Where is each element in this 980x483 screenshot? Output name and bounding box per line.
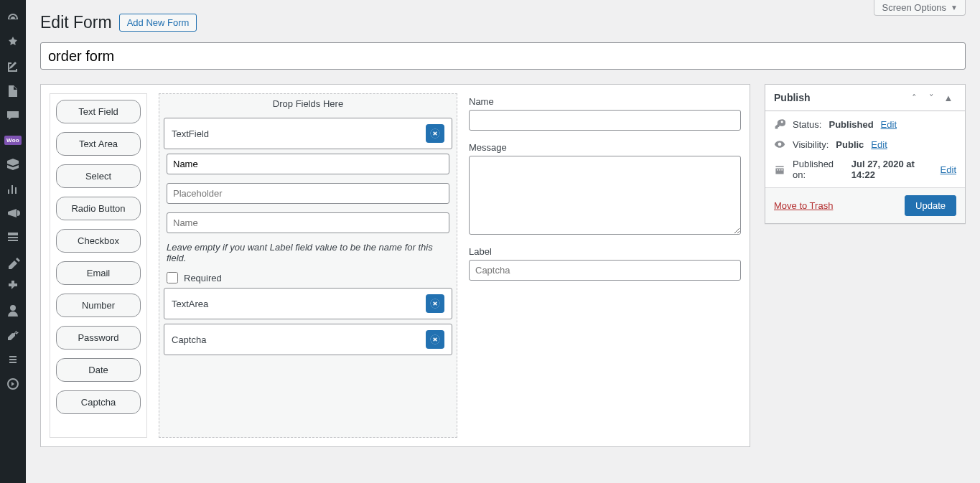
- form-preview: Name Message Label: [469, 93, 741, 438]
- move-up-icon[interactable]: ˄: [906, 93, 922, 103]
- tools-icon[interactable]: [0, 323, 26, 347]
- preview-captcha-input[interactable]: [469, 260, 741, 281]
- remove-textfield-button[interactable]: [426, 124, 444, 143]
- config-name-input[interactable]: [167, 212, 449, 233]
- dropped-textarea-label: TextArea: [172, 299, 208, 309]
- media-icon[interactable]: [0, 55, 26, 79]
- published-label: Published on:: [793, 159, 844, 180]
- eye-icon: [774, 139, 785, 150]
- marketing-icon[interactable]: [0, 201, 26, 225]
- plugins-icon[interactable]: [0, 274, 26, 299]
- page-title: Edit Form: [40, 13, 112, 32]
- pin-icon[interactable]: [0, 30, 26, 55]
- visibility-edit-link[interactable]: Edit: [871, 139, 887, 150]
- dropped-textfield[interactable]: TextField: [164, 118, 452, 149]
- publish-title: Publish: [774, 92, 811, 103]
- config-label-input[interactable]: [167, 154, 449, 174]
- visibility-label: Visibility:: [793, 139, 829, 150]
- palette-radio-button[interactable]: Radio Button: [56, 197, 141, 220]
- config-required-row[interactable]: Required: [167, 272, 449, 283]
- users-icon[interactable]: [0, 299, 26, 323]
- config-hint: Leave empty if you want Label field valu…: [167, 242, 449, 263]
- palette-select[interactable]: Select: [56, 164, 141, 188]
- published-edit-link[interactable]: Edit: [941, 164, 956, 175]
- key-icon: [774, 118, 785, 130]
- palette-text-area[interactable]: Text Area: [56, 132, 141, 156]
- palette-checkbox[interactable]: Checkbox: [56, 229, 141, 253]
- drop-zone-title: Drop Fields Here: [164, 94, 452, 113]
- status-value: Published: [829, 119, 873, 130]
- published-value: Jul 27, 2020 at 14:22: [851, 159, 933, 180]
- status-label: Status:: [793, 119, 821, 130]
- analytics-icon[interactable]: [0, 177, 26, 201]
- dropped-textfield-label: TextField: [172, 128, 209, 139]
- forms-icon[interactable]: [0, 225, 26, 250]
- toggle-panel-icon[interactable]: ▲: [941, 93, 956, 103]
- dropped-textarea[interactable]: TextArea: [164, 288, 452, 319]
- preview-name-input[interactable]: [469, 110, 741, 131]
- palette-number[interactable]: Number: [56, 294, 141, 317]
- screen-options-toggle[interactable]: Screen Options ▼: [874, 0, 966, 16]
- palette-date[interactable]: Date: [56, 358, 141, 382]
- appearance-icon[interactable]: [0, 250, 26, 274]
- remove-textarea-button[interactable]: [426, 294, 444, 313]
- form-title-input[interactable]: [40, 42, 966, 70]
- palette-email[interactable]: Email: [56, 261, 141, 285]
- preview-message-textarea[interactable]: [469, 156, 741, 235]
- move-to-trash-link[interactable]: Move to Trash: [774, 200, 833, 211]
- calendar-icon: [774, 164, 785, 175]
- chevron-down-icon: ▼: [951, 4, 958, 11]
- dashboard-icon[interactable]: [0, 6, 26, 30]
- palette-captcha[interactable]: Captcha: [56, 390, 141, 414]
- dropped-captcha[interactable]: Captcha: [164, 324, 452, 355]
- pages-icon[interactable]: [0, 79, 26, 103]
- move-down-icon[interactable]: ˅: [923, 93, 939, 103]
- palette-text-field[interactable]: Text Field: [56, 100, 141, 123]
- textfield-config: Leave empty if you want Label field valu…: [164, 154, 452, 283]
- field-palette: Text Field Text Area Select Radio Button…: [50, 93, 147, 438]
- drop-zone[interactable]: Drop Fields Here TextField Leave empty i…: [159, 93, 457, 438]
- remove-captcha-button[interactable]: [426, 330, 444, 349]
- collapse-icon[interactable]: [0, 372, 26, 396]
- palette-password[interactable]: Password: [56, 326, 141, 350]
- dropped-captcha-label: Captcha: [172, 334, 206, 345]
- screen-options-label: Screen Options: [882, 2, 946, 13]
- status-edit-link[interactable]: Edit: [881, 119, 897, 130]
- form-builder: Text Field Text Area Select Radio Button…: [40, 84, 750, 447]
- preview-message-label: Message: [469, 142, 741, 153]
- config-placeholder-input[interactable]: [167, 183, 449, 204]
- comments-icon[interactable]: [0, 103, 26, 128]
- visibility-value: Public: [836, 139, 864, 150]
- publish-box: Publish ˄ ˅ ▲ Status: Published Edit: [765, 84, 966, 224]
- update-button[interactable]: Update: [905, 195, 956, 216]
- preview-captcha-label: Label: [469, 246, 741, 257]
- settings-icon[interactable]: [0, 347, 26, 372]
- config-required-checkbox[interactable]: [167, 272, 178, 283]
- woocommerce-icon[interactable]: Woo: [0, 128, 26, 152]
- admin-menu: Woo: [0, 0, 26, 483]
- add-new-form-button[interactable]: Add New Form: [119, 14, 197, 32]
- config-required-label: Required: [184, 273, 222, 283]
- products-icon[interactable]: [0, 152, 26, 177]
- preview-name-label: Name: [469, 96, 741, 107]
